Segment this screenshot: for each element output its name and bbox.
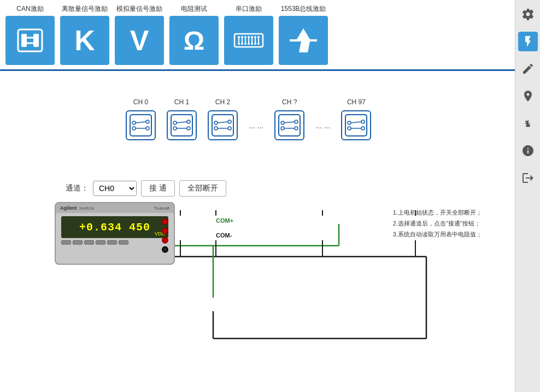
- meter-btn-4[interactable]: [96, 240, 105, 245]
- tool-can-label: CAN激励: [16, 4, 43, 14]
- ch0-relay: [126, 110, 156, 140]
- tool-analog-icon[interactable]: V: [115, 16, 164, 65]
- meter-brand: Agilent: [60, 205, 77, 211]
- meter-btn-6[interactable]: [119, 240, 128, 245]
- tool-1553b-icon[interactable]: [279, 16, 328, 65]
- channel-select[interactable]: CH0 CH1 CH2 CH97: [93, 181, 137, 196]
- disconnect-button[interactable]: 全部断开: [179, 180, 226, 197]
- svg-point-50: [146, 127, 149, 130]
- channel-ch1: CH 1: [167, 98, 197, 140]
- svg-line-69: [284, 122, 295, 123]
- tool-can[interactable]: CAN激励: [5, 4, 55, 65]
- ch97-relay: [341, 110, 371, 140]
- sidebar-pin[interactable]: [518, 86, 538, 106]
- meter-port-3: [162, 237, 168, 243]
- multimeter-body: Agilent 34461A Truevolt +0.634 450 VDC: [55, 202, 175, 265]
- svg-line-62: [218, 122, 228, 123]
- svg-rect-73: [345, 115, 367, 136]
- svg-point-27: [257, 43, 260, 45]
- ch2-label: CH 2: [215, 98, 230, 106]
- meter-btn-5[interactable]: [107, 240, 117, 245]
- tool-analog[interactable]: 模拟量信号激励 V: [115, 4, 164, 65]
- resistance-symbol: Ω: [184, 26, 204, 56]
- sidebar-info[interactable]: [518, 141, 538, 161]
- svg-point-20: [257, 36, 260, 38]
- svg-point-74: [348, 121, 351, 124]
- svg-point-24: [248, 43, 250, 45]
- svg-point-53: [173, 121, 177, 124]
- meter-btn-2[interactable]: [73, 240, 83, 245]
- svg-line-76: [351, 122, 361, 123]
- meter-display-value: +0.634 450: [79, 221, 150, 234]
- svg-point-25: [251, 43, 253, 45]
- control-row: 通道： CH0 CH1 CH2 CH97 接 通 全部断开: [66, 180, 226, 197]
- svg-point-17: [248, 36, 250, 38]
- tool-serial[interactable]: 串口激励: [224, 4, 273, 65]
- svg-point-22: [241, 43, 243, 45]
- tool-discrete-icon[interactable]: K: [60, 16, 109, 65]
- svg-point-47: [132, 127, 136, 130]
- meter-top: Agilent 34461A Truevolt: [56, 203, 174, 213]
- sidebar-lightning[interactable]: [518, 32, 538, 51]
- svg-rect-45: [130, 115, 151, 136]
- meter-port-2: [162, 228, 168, 234]
- gear-icon: [521, 8, 535, 21]
- meter-btn-1[interactable]: [61, 240, 71, 245]
- svg-point-61: [214, 127, 218, 130]
- svg-point-77: [361, 120, 365, 123]
- right-sidebar: [515, 0, 540, 392]
- ch2-relay-icon: [210, 113, 235, 138]
- svg-point-19: [254, 36, 256, 38]
- multimeter: Agilent 34461A Truevolt +0.634 450 VDC: [55, 202, 175, 265]
- meter-btn-3[interactable]: [84, 240, 94, 245]
- ch97-label: CH 97: [347, 98, 366, 106]
- can-symbol-icon: [14, 24, 46, 57]
- connect-button[interactable]: 接 通: [141, 180, 175, 197]
- svg-point-16: [244, 36, 246, 38]
- svg-point-21: [238, 43, 240, 45]
- svg-point-23: [244, 43, 246, 45]
- meter-buttons-row: [56, 240, 174, 245]
- svg-point-54: [173, 127, 177, 130]
- tool-discrete[interactable]: 离散量信号激励 K: [60, 4, 109, 65]
- svg-rect-2: [33, 34, 39, 47]
- sidebar-gear[interactable]: [518, 4, 538, 24]
- svg-rect-66: [279, 115, 300, 136]
- chq-relay-icon: [277, 113, 302, 138]
- plane-symbol-icon: [287, 24, 320, 57]
- chq-relay: [274, 110, 304, 140]
- meter-ports: [162, 218, 168, 253]
- com-plus-label: COM+: [216, 217, 233, 224]
- serial-symbol-icon: [232, 24, 265, 57]
- channel-ch2: CH 2: [208, 98, 238, 140]
- svg-point-18: [251, 36, 253, 38]
- svg-point-75: [348, 127, 351, 130]
- tool-serial-icon[interactable]: [224, 16, 273, 65]
- chq-label: CH ?: [282, 98, 297, 106]
- sidebar-exit[interactable]: [518, 168, 538, 188]
- tool-can-icon[interactable]: [5, 16, 55, 65]
- exit-icon: [521, 171, 535, 185]
- tool-resistance[interactable]: 电阻测试 Ω: [169, 4, 219, 65]
- main-content: CAN激励 离散量信号激励 K 模拟量信号激励 V: [0, 0, 515, 392]
- discrete-symbol: K: [74, 24, 95, 57]
- ch1-label: CH 1: [174, 98, 189, 106]
- tool-1553b[interactable]: 1553B总线激励: [279, 4, 328, 65]
- ch2-relay: [208, 110, 238, 140]
- pen-icon: [521, 62, 535, 75]
- sidebar-pen[interactable]: [518, 59, 538, 79]
- toolbar: CAN激励 离散量信号激励 K 模拟量信号激励 V: [0, 0, 515, 71]
- instructions: 1.上电初始状态，开关全部断开； 2.选择通道后，点击"接通"按钮； 3.系统自…: [393, 207, 482, 240]
- svg-point-49: [146, 120, 149, 123]
- channel-chq: CH ?: [274, 98, 304, 140]
- tool-discrete-label: 离散量信号激励: [62, 4, 108, 14]
- tool-analog-label: 模拟量信号激励: [116, 4, 162, 14]
- sidebar-usb[interactable]: [518, 114, 538, 133]
- svg-line-55: [177, 122, 187, 123]
- svg-rect-52: [171, 115, 192, 136]
- svg-point-15: [241, 36, 243, 38]
- usb-icon: [521, 117, 535, 130]
- lightning-icon: [521, 35, 535, 48]
- svg-rect-59: [212, 115, 233, 136]
- tool-resistance-icon[interactable]: Ω: [169, 16, 219, 65]
